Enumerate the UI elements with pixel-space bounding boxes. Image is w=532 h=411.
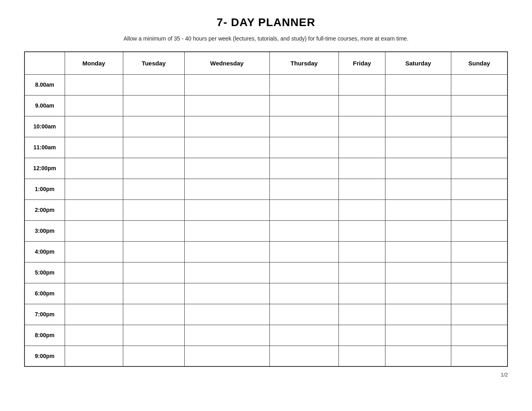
schedule-cell[interactable] — [339, 325, 385, 346]
schedule-cell[interactable] — [65, 158, 123, 179]
schedule-cell[interactable] — [123, 179, 184, 199]
schedule-cell[interactable] — [339, 283, 385, 304]
schedule-cell[interactable] — [65, 283, 123, 304]
schedule-cell[interactable] — [339, 262, 385, 283]
schedule-cell[interactable] — [451, 220, 508, 241]
schedule-cell[interactable] — [65, 220, 123, 241]
schedule-cell[interactable] — [385, 262, 451, 283]
schedule-cell[interactable] — [385, 158, 451, 179]
schedule-cell[interactable] — [184, 137, 269, 158]
schedule-cell[interactable] — [385, 199, 451, 220]
schedule-cell[interactable] — [385, 241, 451, 262]
schedule-cell[interactable] — [451, 199, 508, 220]
schedule-cell[interactable] — [123, 137, 184, 158]
schedule-cell[interactable] — [385, 283, 451, 304]
schedule-cell[interactable] — [123, 304, 184, 325]
schedule-cell[interactable] — [123, 325, 184, 346]
schedule-cell[interactable] — [339, 95, 385, 116]
schedule-cell[interactable] — [269, 304, 339, 325]
schedule-cell[interactable] — [451, 262, 508, 283]
schedule-cell[interactable] — [339, 116, 385, 137]
schedule-cell[interactable] — [123, 95, 184, 116]
schedule-cell[interactable] — [123, 220, 184, 241]
schedule-cell[interactable] — [65, 304, 123, 325]
schedule-cell[interactable] — [65, 179, 123, 199]
schedule-cell[interactable] — [339, 220, 385, 241]
schedule-cell[interactable] — [385, 116, 451, 137]
schedule-cell[interactable] — [269, 95, 339, 116]
schedule-cell[interactable] — [65, 74, 123, 95]
schedule-cell[interactable] — [123, 241, 184, 262]
schedule-cell[interactable] — [65, 262, 123, 283]
schedule-cell[interactable] — [65, 199, 123, 220]
schedule-cell[interactable] — [339, 179, 385, 199]
schedule-cell[interactable] — [385, 74, 451, 95]
header-tuesday: Tuesday — [123, 52, 184, 74]
schedule-cell[interactable] — [65, 116, 123, 137]
schedule-cell[interactable] — [269, 325, 339, 346]
schedule-cell[interactable] — [184, 116, 269, 137]
schedule-cell[interactable] — [339, 304, 385, 325]
schedule-cell[interactable] — [385, 346, 451, 366]
schedule-cell[interactable] — [451, 158, 508, 179]
schedule-cell[interactable] — [184, 262, 269, 283]
schedule-cell[interactable] — [184, 179, 269, 199]
schedule-cell[interactable] — [339, 199, 385, 220]
schedule-cell[interactable] — [123, 346, 184, 366]
schedule-cell[interactable] — [451, 179, 508, 199]
schedule-cell[interactable] — [184, 95, 269, 116]
schedule-cell[interactable] — [451, 283, 508, 304]
schedule-cell[interactable] — [385, 325, 451, 346]
schedule-cell[interactable] — [65, 95, 123, 116]
schedule-cell[interactable] — [451, 304, 508, 325]
schedule-cell[interactable] — [451, 346, 508, 366]
schedule-cell[interactable] — [123, 199, 184, 220]
schedule-cell[interactable] — [385, 137, 451, 158]
schedule-cell[interactable] — [269, 199, 339, 220]
schedule-cell[interactable] — [184, 283, 269, 304]
schedule-cell[interactable] — [123, 158, 184, 179]
schedule-cell[interactable] — [269, 241, 339, 262]
schedule-cell[interactable] — [339, 158, 385, 179]
schedule-cell[interactable] — [184, 220, 269, 241]
schedule-cell[interactable] — [269, 262, 339, 283]
schedule-cell[interactable] — [339, 137, 385, 158]
schedule-cell[interactable] — [385, 304, 451, 325]
schedule-cell[interactable] — [451, 74, 508, 95]
schedule-cell[interactable] — [269, 74, 339, 95]
schedule-cell[interactable] — [451, 137, 508, 158]
schedule-cell[interactable] — [184, 346, 269, 366]
schedule-cell[interactable] — [184, 241, 269, 262]
schedule-cell[interactable] — [339, 74, 385, 95]
schedule-cell[interactable] — [184, 74, 269, 95]
schedule-cell[interactable] — [184, 325, 269, 346]
schedule-cell[interactable] — [269, 116, 339, 137]
schedule-cell[interactable] — [65, 325, 123, 346]
schedule-cell[interactable] — [269, 220, 339, 241]
schedule-cell[interactable] — [269, 283, 339, 304]
schedule-cell[interactable] — [123, 74, 184, 95]
schedule-cell[interactable] — [451, 116, 508, 137]
schedule-cell[interactable] — [123, 283, 184, 304]
schedule-cell[interactable] — [65, 241, 123, 262]
time-label: 3:00pm — [24, 220, 65, 241]
schedule-cell[interactable] — [269, 179, 339, 199]
schedule-cell[interactable] — [269, 346, 339, 366]
schedule-cell[interactable] — [385, 220, 451, 241]
schedule-cell[interactable] — [269, 158, 339, 179]
schedule-cell[interactable] — [339, 241, 385, 262]
schedule-cell[interactable] — [385, 179, 451, 199]
schedule-cell[interactable] — [451, 95, 508, 116]
schedule-cell[interactable] — [451, 241, 508, 262]
schedule-cell[interactable] — [184, 304, 269, 325]
schedule-cell[interactable] — [184, 199, 269, 220]
schedule-cell[interactable] — [65, 346, 123, 366]
schedule-cell[interactable] — [451, 325, 508, 346]
schedule-cell[interactable] — [65, 137, 123, 158]
schedule-cell[interactable] — [184, 158, 269, 179]
schedule-cell[interactable] — [123, 116, 184, 137]
schedule-cell[interactable] — [123, 262, 184, 283]
schedule-cell[interactable] — [339, 346, 385, 366]
schedule-cell[interactable] — [269, 137, 339, 158]
schedule-cell[interactable] — [385, 95, 451, 116]
